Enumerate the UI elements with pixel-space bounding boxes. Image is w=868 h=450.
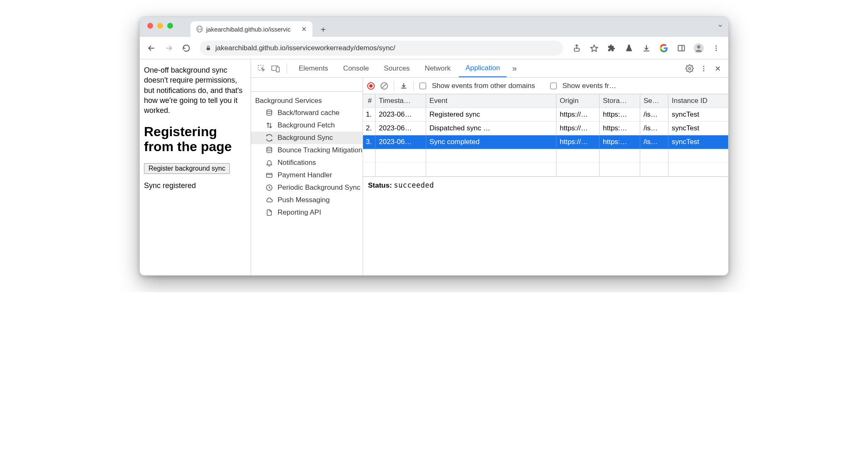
cell-instance-id: syncTest [668, 122, 728, 135]
sidebar-item-label: Background Sync [278, 134, 333, 142]
extensions-puzzle-icon[interactable] [604, 40, 619, 56]
sidebar-item-reporting-api[interactable]: Reporting API [251, 206, 363, 219]
page-status-text: Sync registered [144, 181, 246, 190]
page-content: One-off background sync doesn't require … [140, 59, 251, 275]
maximize-window-button[interactable] [167, 23, 173, 29]
col-sw[interactable]: Se… [640, 94, 668, 108]
address-bar[interactable]: jakearchibald.github.io/isserviceworkerr… [200, 41, 563, 56]
table-row[interactable]: 1.2023-06…Registered synchttps://…https:… [363, 108, 728, 122]
titlebar: jakearchibald.github.io/isservic ✕ ＋ [140, 17, 728, 37]
chrome-menu-icon[interactable] [708, 40, 724, 56]
tab-network[interactable]: Network [418, 59, 457, 77]
sidebar-item-background-fetch[interactable]: Background Fetch [251, 119, 363, 132]
table-row[interactable]: 3.2023-06…Sync completedhttps://…https:…… [363, 135, 728, 149]
labs-flask-icon[interactable] [621, 40, 637, 56]
reload-button[interactable] [179, 41, 194, 56]
sidebar-item-background-sync[interactable]: Background Sync [251, 132, 363, 144]
sidebar-item-periodic-background-sync[interactable]: Periodic Background Sync [251, 181, 363, 194]
sidebar-item-label: Back/forward cache [278, 109, 339, 117]
cell-sw: /is… [640, 135, 668, 149]
cell-origin: https://… [556, 135, 600, 149]
sidebar-section-heading: Background Services [251, 94, 363, 107]
cell-sw: /is… [640, 108, 668, 122]
devtools-settings-gear-icon[interactable] [683, 62, 696, 75]
bell-icon [265, 159, 273, 167]
sidebar-item-notifications[interactable]: Notifications [251, 157, 363, 169]
table-row[interactable]: 2.2023-06…Dispatched sync …https://…http… [363, 122, 728, 135]
svg-rect-25 [266, 174, 272, 178]
close-window-button[interactable] [147, 23, 153, 29]
devtools-tabbar: Elements Console Sources Network Applica… [251, 59, 728, 78]
cell-storage: https:… [600, 108, 640, 122]
svg-point-10 [697, 45, 700, 49]
grid-empty-row [363, 149, 728, 163]
forward-button[interactable] [161, 41, 176, 56]
close-tab-icon[interactable]: ✕ [301, 25, 307, 33]
show-events-label-2: Show events fr… [563, 82, 616, 90]
clock-icon [265, 183, 273, 192]
share-icon[interactable] [569, 40, 585, 56]
cell-num: 2. [363, 122, 375, 135]
tab-application[interactable]: Application [459, 59, 507, 77]
svg-point-12 [716, 47, 717, 49]
col-storage[interactable]: Stora… [600, 94, 640, 108]
file-icon [265, 208, 273, 217]
status-value: succeeded [394, 181, 434, 189]
col-event[interactable]: Event [426, 94, 556, 108]
more-tabs-chevron-icon[interactable]: » [508, 62, 521, 75]
devtools-menu-icon[interactable] [697, 62, 710, 75]
url-text: jakearchibald.github.io/isserviceworkerr… [215, 44, 395, 52]
svg-rect-2 [207, 47, 210, 50]
status-bar: Status: succeeded [363, 177, 728, 194]
browser-tab-active[interactable]: jakearchibald.github.io/isservic ✕ [190, 21, 312, 37]
col-instance-id[interactable]: Instance ID [668, 94, 728, 108]
updown-icon [265, 121, 273, 130]
sidebar-item-push-messaging[interactable]: Push Messaging [251, 194, 363, 206]
back-button[interactable] [144, 41, 159, 56]
side-panel-icon[interactable] [673, 40, 689, 56]
cell-instance-id: syncTest [668, 135, 728, 149]
devtools-panel: Elements Console Sources Network Applica… [251, 59, 728, 275]
grid-empty-row [363, 163, 728, 176]
cell-event: Dispatched sync … [426, 122, 556, 135]
sidebar-item-label: Periodic Background Sync [278, 183, 360, 192]
col-timestamp[interactable]: Timesta… [375, 94, 426, 108]
tab-elements[interactable]: Elements [292, 59, 335, 77]
save-events-icon[interactable] [400, 82, 407, 90]
record-button[interactable] [367, 82, 375, 90]
device-toolbar-icon[interactable] [269, 62, 282, 75]
profile-avatar-icon[interactable] [691, 40, 707, 56]
sidebar-item-bounce-tracking-mitigation[interactable]: Bounce Tracking Mitigation [251, 144, 363, 157]
col-num[interactable]: # [363, 94, 375, 108]
database-icon [265, 109, 273, 117]
svg-point-20 [703, 70, 705, 71]
cell-num: 3. [363, 135, 375, 149]
google-icon[interactable] [656, 40, 672, 56]
grid-header-row: # Timesta… Event Origin Stora… Se… Insta… [363, 94, 728, 108]
new-tab-button[interactable]: ＋ [317, 23, 329, 35]
tab-console[interactable]: Console [336, 59, 375, 77]
cell-timestamp: 2023-06… [375, 135, 426, 149]
sidebar-item-label: Push Messaging [278, 196, 330, 204]
sidebar-item-label: Reporting API [278, 208, 321, 217]
show-other-domains-checkbox[interactable] [419, 83, 426, 89]
tab-sources[interactable]: Sources [377, 59, 416, 77]
content-area: One-off background sync doesn't require … [140, 59, 728, 275]
clear-button[interactable] [380, 82, 388, 90]
sidebar-item-payment-handler[interactable]: Payment Handler [251, 169, 363, 181]
minimize-window-button[interactable] [157, 23, 163, 29]
database-icon [265, 146, 273, 154]
cell-origin: https://… [556, 108, 600, 122]
devtools-close-icon[interactable] [712, 62, 724, 75]
downloads-icon[interactable] [639, 40, 654, 56]
inspect-element-icon[interactable] [255, 62, 268, 75]
bookmark-star-icon[interactable] [586, 40, 602, 56]
tab-menu-chevron-icon[interactable] [717, 23, 723, 29]
page-paragraph: One-off background sync doesn't require … [144, 65, 246, 115]
svg-point-17 [689, 67, 691, 69]
show-events-checkbox-2[interactable] [550, 83, 557, 89]
svg-marker-4 [591, 45, 598, 51]
sidebar-item-back-forward-cache[interactable]: Back/forward cache [251, 107, 363, 119]
register-sync-button[interactable]: Register background sync [144, 163, 230, 174]
col-origin[interactable]: Origin [556, 94, 600, 108]
